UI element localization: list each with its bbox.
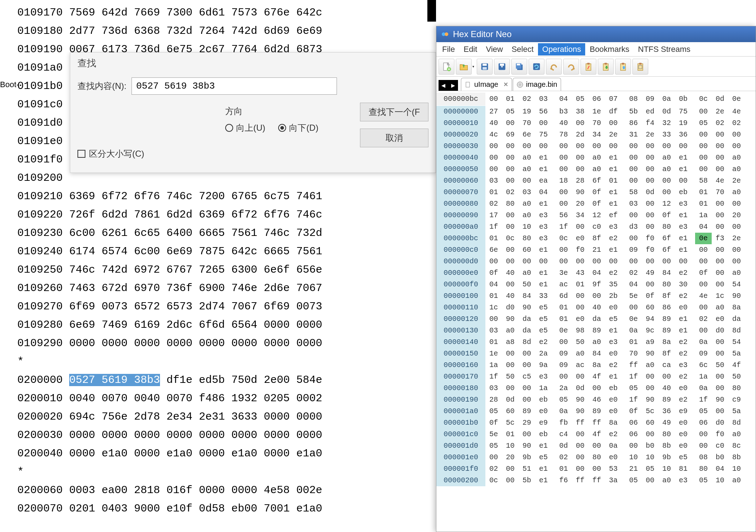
hex-cell[interactable]: 80 — [588, 452, 605, 463]
hex-cell[interactable]: 05 — [502, 106, 519, 117]
hex-cell[interactable]: 40 — [588, 302, 605, 313]
hex-cell[interactable]: 0e — [555, 325, 572, 336]
hex-cell[interactable]: e9 — [535, 417, 552, 429]
hex-cell[interactable]: 00 — [502, 164, 519, 175]
hex-cell[interactable]: 8f — [588, 233, 605, 244]
hex-cell[interactable]: 4e — [712, 175, 728, 187]
hex-cell[interactable]: e1 — [535, 198, 552, 210]
hex-cell[interactable]: 00 — [555, 371, 572, 383]
hex-cell[interactable]: 00 — [485, 256, 502, 267]
hex-cell[interactable]: 1f — [625, 371, 642, 383]
hex-cell[interactable]: 8a — [728, 302, 745, 313]
hex-cell[interactable]: e1 — [605, 164, 622, 175]
hex-cell[interactable]: 70 — [519, 117, 535, 129]
hex-cell[interactable]: 1f — [695, 394, 712, 406]
hex-cell[interactable]: e3 — [605, 336, 622, 348]
hex-cell[interactable]: 00 — [502, 279, 519, 290]
hex-cell[interactable]: ea — [535, 175, 552, 187]
hex-cell[interactable]: 86 — [625, 117, 642, 129]
hex-cell[interactable]: 8f — [658, 348, 675, 359]
hex-cell[interactable]: 80 — [658, 221, 675, 233]
hex-cell[interactable]: 03 — [485, 383, 502, 394]
hex-cell[interactable]: e1 — [675, 164, 691, 175]
hex-cell[interactable]: e3 — [535, 371, 552, 383]
hex-cell[interactable]: 00 — [519, 348, 535, 359]
hex-cell[interactable]: e2 — [675, 348, 691, 359]
hex-cell[interactable]: 30 — [675, 279, 691, 290]
hex-cell[interactable]: 00 — [572, 117, 588, 129]
hex-cell[interactable]: 00 — [642, 429, 658, 440]
hex-cell[interactable]: 5c — [642, 406, 658, 417]
hex-cell[interactable]: e0 — [605, 302, 622, 313]
hex-cell[interactable]: e1 — [535, 475, 552, 486]
hex-cell[interactable]: 00 — [712, 336, 728, 348]
hex-cell[interactable]: a0 — [712, 302, 728, 313]
hex-cell[interactable]: a0 — [519, 210, 535, 221]
hex-cell[interactable]: 02 — [625, 267, 642, 279]
hex-cell[interactable]: e3 — [675, 198, 691, 210]
hex-cell[interactable]: 10 — [642, 452, 658, 463]
hex-cell[interactable]: 90 — [572, 394, 588, 406]
hex-cell[interactable]: 01 — [572, 279, 588, 290]
hex-cell[interactable]: 00 — [519, 394, 535, 406]
hex-cell[interactable]: 00 — [675, 140, 691, 152]
hex-cell[interactable]: 0a — [695, 383, 712, 394]
hex-cell[interactable]: 0d — [502, 394, 519, 406]
hex-cell[interactable]: ac — [555, 279, 572, 290]
hex-cell[interactable]: 00 — [502, 175, 519, 187]
hex-cell[interactable]: 00 — [555, 164, 572, 175]
hex-cell[interactable]: 5a — [728, 406, 745, 417]
hex-cell[interactable]: 00 — [502, 140, 519, 152]
hex-cell[interactable]: e0 — [675, 302, 691, 313]
hex-cell[interactable]: 00 — [675, 256, 691, 267]
clipboard-1-button[interactable] — [581, 59, 596, 75]
hex-cell[interactable]: 00 — [695, 256, 712, 267]
hex-cell[interactable]: 4f — [588, 371, 605, 383]
hex-cell[interactable]: e5 — [535, 313, 552, 325]
hex-cell[interactable]: 00 — [572, 221, 588, 233]
hex-cell[interactable]: 0a — [695, 336, 712, 348]
hex-cell[interactable]: e2 — [675, 290, 691, 302]
hex-cell[interactable]: e3 — [535, 210, 552, 221]
hex-cell[interactable]: eb — [535, 394, 552, 406]
hex-cell[interactable]: d0 — [712, 325, 728, 336]
hex-cell[interactable]: ff — [588, 417, 605, 429]
hex-cell[interactable]: ff — [588, 475, 605, 486]
tab-image-bin[interactable]: image.bin — [513, 78, 561, 91]
hex-cell[interactable]: 1f — [485, 221, 502, 233]
hex-cell[interactable]: eb — [675, 187, 691, 198]
hex-cell[interactable]: 60 — [502, 406, 519, 417]
hex-cell[interactable]: 00 — [572, 463, 588, 475]
save-button[interactable] — [477, 59, 493, 75]
hex-cell[interactable]: 0d — [572, 383, 588, 394]
undo-button[interactable] — [546, 59, 562, 75]
hex-cell[interactable]: 53 — [605, 463, 622, 475]
hex-cell[interactable]: 56 — [555, 210, 572, 221]
hex-cell[interactable]: 1f — [625, 394, 642, 406]
hex-cell[interactable]: 0d — [555, 440, 572, 452]
hex-cell[interactable]: e2 — [605, 359, 622, 371]
hex-cell[interactable]: c5 — [519, 371, 535, 383]
hex-cell[interactable]: f0 — [642, 233, 658, 244]
hex-cell[interactable]: f4 — [642, 117, 658, 129]
hex-cell[interactable]: 50 — [519, 279, 535, 290]
hex-cell[interactable]: 6c — [695, 359, 712, 371]
hex-cell[interactable]: e1 — [535, 463, 552, 475]
hex-cell[interactable]: e2 — [675, 336, 691, 348]
hex-cell[interactable]: 00 — [572, 302, 588, 313]
hex-cell[interactable]: e0 — [675, 440, 691, 452]
hex-cell[interactable]: 10 — [502, 440, 519, 452]
hex-cell[interactable]: 00 — [572, 152, 588, 164]
hex-cell[interactable]: b0 — [642, 440, 658, 452]
hex-cell[interactable]: 05 — [695, 475, 712, 486]
hex-cell[interactable]: 00 — [572, 256, 588, 267]
hex-cell[interactable]: d0 — [502, 302, 519, 313]
hex-cell[interactable]: 20 — [502, 452, 519, 463]
hex-cell[interactable]: a0 — [728, 429, 745, 440]
hex-cell[interactable]: 31 — [625, 129, 642, 140]
hex-cell[interactable]: e0 — [675, 383, 691, 394]
hex-cell[interactable]: 10 — [519, 221, 535, 233]
hex-cell[interactable]: 75 — [675, 106, 691, 117]
hex-cell[interactable]: 01 — [555, 313, 572, 325]
hex-cell[interactable]: 5b — [625, 106, 642, 117]
